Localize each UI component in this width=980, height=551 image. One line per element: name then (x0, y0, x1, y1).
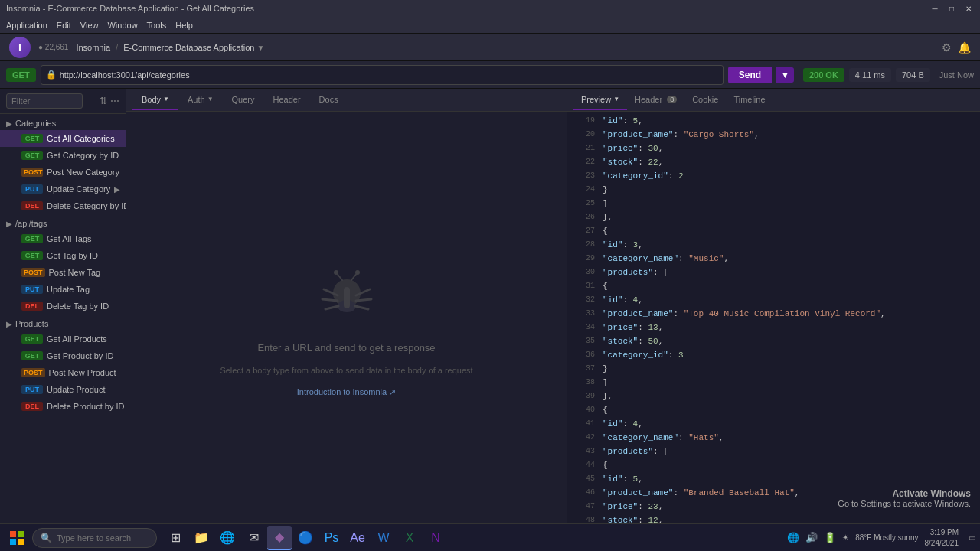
folder-icon: ▶ (6, 320, 12, 328)
response-tabs: Preview ▼ Header 8 Cookie Timeline (567, 89, 980, 112)
menu-view[interactable]: View (80, 21, 99, 30)
sidebar-group-tags-label: /api/tags (15, 219, 47, 228)
json-line: 29 "category_name": "Music", (567, 253, 980, 266)
sidebar-item-delete-tag[interactable]: DEL Delete Tag by ID (0, 298, 126, 315)
word-icon[interactable]: W (371, 526, 396, 550)
sidebar-item-delete-product[interactable]: DEL Delete Product by ID (0, 398, 126, 415)
menu-help[interactable]: Help (175, 21, 193, 30)
sidebar-item-update-category[interactable]: PUT Update Category ▶ (0, 181, 126, 197)
tab-body[interactable]: Body ▼ (132, 90, 178, 110)
intro-link[interactable]: Introduction to Insomnia ↗ (297, 387, 396, 397)
tab-header[interactable]: Header (264, 90, 310, 110)
editor-area: Enter a URL and send to get a response S… (126, 112, 567, 551)
mail-icon[interactable]: ✉ (241, 526, 266, 550)
sidebar-item-label: Get All Tags (47, 234, 92, 243)
send-dropdown-button[interactable]: ▼ (776, 67, 794, 83)
sidebar-filter-input[interactable] (6, 93, 83, 109)
content-area: Body ▼ Auth ▼ Query Header Docs (126, 89, 567, 551)
sidebar-item-get-all-products[interactable]: GET Get All Products (0, 331, 126, 347)
method-badge-get: GET (21, 234, 43, 243)
sidebar-item-update-tag[interactable]: PUT Update Tag (0, 281, 126, 298)
chrome-icon[interactable]: 🔵 (293, 526, 318, 550)
taskview-button[interactable]: ⊞ (163, 526, 188, 550)
sidebar-item-label: Update Category (47, 184, 110, 194)
tab-response-header[interactable]: Header 8 (627, 90, 684, 110)
weather-label: 88°F Mostly sunny (855, 533, 918, 542)
sidebar-search: ⇅ ⋯ (0, 89, 126, 114)
taskbar-search-input[interactable] (57, 533, 149, 543)
request-tabs: Body ▼ Auth ▼ Query Header Docs (126, 89, 567, 112)
sidebar-item-get-all-categories[interactable]: GET Get All Categories (0, 130, 126, 147)
sidebar-item-post-new-product[interactable]: POST Post New Product (0, 364, 126, 381)
sidebar-group-categories-label: Categories (15, 119, 56, 128)
url-input[interactable] (60, 70, 718, 80)
sidebar-item-get-category-by-id[interactable]: GET Get Category by ID (0, 147, 126, 164)
json-viewer: 19 "id": 5,20 "product_name": "Cargo Sho… (567, 112, 980, 534)
insomnia-icon[interactable]: ◆ (267, 526, 292, 550)
menu-window[interactable]: Window (107, 21, 137, 30)
sidebar-item-post-new-tag[interactable]: POST Post New Tag (0, 264, 126, 281)
sidebar-item-get-product-by-id[interactable]: GET Get Product by ID (0, 347, 126, 364)
json-line: 22 "stock": 22, (567, 156, 980, 170)
sidebar-item-get-tag-by-id[interactable]: GET Get Tag by ID (0, 247, 126, 264)
show-desktop-icon[interactable]: ▭ (965, 533, 975, 542)
start-button[interactable] (5, 526, 29, 550)
titlebar-controls[interactable]: ─ □ ✕ (929, 5, 974, 13)
sidebar-item-label: Update Tag (47, 285, 90, 294)
sidebar-group-categories[interactable]: ▶ Categories (0, 114, 126, 130)
network-icon[interactable]: 🌐 (787, 532, 799, 543)
battery-icon[interactable]: 🔋 (824, 532, 836, 543)
notification-icon[interactable]: 🔔 (958, 41, 971, 54)
maximize-button[interactable]: □ (946, 5, 957, 13)
method-badge-get: GET (21, 351, 43, 360)
ae-icon[interactable]: Ae (345, 526, 370, 550)
sidebar-item-post-new-category[interactable]: POST Post New Category (0, 164, 126, 181)
sidebar-group-products[interactable]: ▶ Products (0, 315, 126, 331)
edge-icon[interactable]: 🌐 (215, 526, 240, 550)
sidebar-item-get-all-tags[interactable]: GET Get All Tags (0, 230, 126, 247)
sidebar-item-label: Get Category by ID (47, 151, 119, 160)
onenote-icon[interactable]: N (423, 526, 448, 550)
json-line: 21 "price": 30, (567, 142, 980, 156)
sidebar-add-icon[interactable]: ⋯ (110, 96, 119, 106)
settings-icon[interactable]: ⚙ (942, 41, 952, 54)
url-bar: GET 🔒 Send ▼ 200 OK 4.11 ms 704 B Just N… (0, 61, 980, 89)
minimize-button[interactable]: ─ (929, 5, 940, 13)
excel-icon[interactable]: X (397, 526, 422, 550)
method-selector[interactable]: GET (6, 68, 36, 82)
taskbar-clock[interactable]: 3:19 PM 8/24/2021 (925, 527, 959, 549)
send-button[interactable]: Send (728, 67, 772, 83)
menu-edit[interactable]: Edit (57, 21, 71, 30)
right-panel: Preview ▼ Header 8 Cookie Timeline 19 "i… (567, 89, 980, 551)
volume-icon[interactable]: 🔊 (805, 532, 818, 543)
close-button[interactable]: ✕ (963, 5, 974, 13)
tab-docs[interactable]: Docs (310, 90, 348, 110)
svg-rect-2 (344, 287, 350, 308)
menu-tools[interactable]: Tools (147, 21, 167, 30)
header-count-badge: 8 (667, 96, 677, 103)
sidebar-item-update-product[interactable]: PUT Update Product (0, 381, 126, 398)
menu-application[interactable]: Application (6, 21, 47, 30)
svg-line-7 (356, 299, 371, 301)
tab-arrow-icon: ▼ (613, 96, 619, 103)
file-explorer-icon[interactable]: 📁 (189, 526, 214, 550)
method-badge-get: GET (21, 134, 43, 143)
sidebar-item-delete-category[interactable]: DEL Delete Category by ID (0, 197, 126, 214)
json-line: 34 "price": 13, (567, 321, 980, 335)
sidebar-item-label: Delete Product by ID (47, 402, 125, 411)
photoshop-icon[interactable]: Ps (319, 526, 344, 550)
json-line: 47 "price": 23, (567, 500, 980, 514)
sidebar-sort-icon[interactable]: ⇅ (100, 96, 107, 106)
tab-preview[interactable]: Preview ▼ (573, 90, 627, 110)
tab-auth[interactable]: Auth ▼ (178, 90, 223, 110)
tab-cookie[interactable]: Cookie (684, 90, 726, 110)
taskbar-search-bar[interactable]: 🔍 (32, 528, 157, 548)
method-badge-del: DEL (21, 402, 43, 411)
tab-timeline[interactable]: Timeline (726, 90, 773, 110)
json-line: 39}, (567, 390, 980, 404)
taskbar: 🔍 ⊞ 📁 🌐 ✉ ◆ 🔵 Ps Ae W X N 🌐 🔊 🔋 ☀ 88°F M… (0, 523, 980, 551)
tab-query[interactable]: Query (223, 90, 264, 110)
breadcrumb: Insomnia / E-Commerce Database Applicati… (76, 43, 264, 52)
editor-hint1: Enter a URL and send to get a response (257, 342, 435, 354)
sidebar-group-tags[interactable]: ▶ /api/tags (0, 214, 126, 230)
